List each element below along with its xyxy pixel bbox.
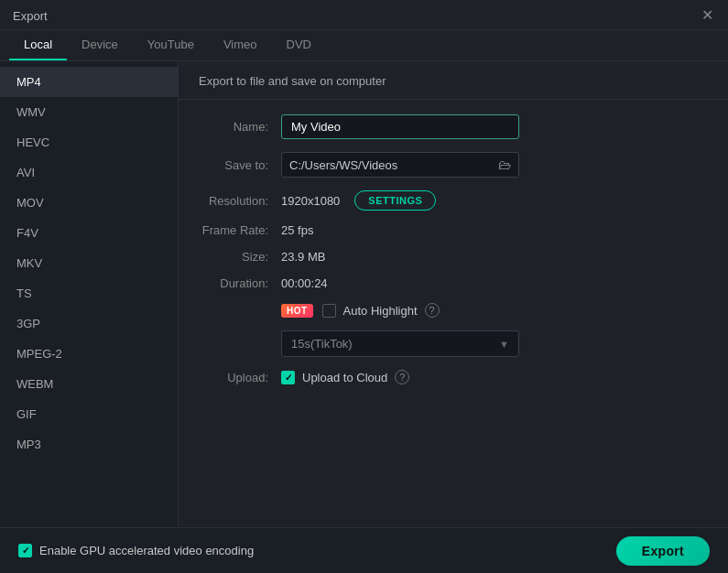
sidebar-item-wmv[interactable]: WMV	[0, 97, 178, 127]
duration-label: Duration:	[199, 276, 281, 290]
sidebar-item-mkv[interactable]: MKV	[0, 248, 178, 278]
sidebar-item-avi[interactable]: AVI	[0, 157, 178, 188]
close-button[interactable]: ✕	[699, 7, 715, 24]
frame-rate-label: Frame Rate:	[199, 223, 281, 237]
upload-row: Upload: Upload to Cloud ?	[199, 370, 708, 384]
gpu-checkbox-label[interactable]: Enable GPU accelerated video encoding	[18, 544, 254, 557]
size-label: Size:	[199, 250, 281, 264]
tiktok-dropdown[interactable]: 15s(TikTok) ▼	[281, 330, 519, 357]
folder-icon[interactable]: 🗁	[498, 157, 511, 172]
save-path-field[interactable]: C:/Users/WS/Videos 🗁	[281, 152, 519, 178]
name-row: Name:	[199, 114, 708, 139]
auto-highlight-checkbox[interactable]	[322, 304, 336, 318]
dropdown-row: 15s(TikTok) ▼	[199, 330, 708, 357]
tab-local[interactable]: Local	[9, 30, 67, 60]
sidebar-item-mp4[interactable]: MP4	[0, 67, 178, 97]
export-header: Export to file and save on computer	[179, 61, 728, 100]
sidebar-item-webm[interactable]: WEBM	[0, 369, 178, 399]
sidebar-item-mpeg2[interactable]: MPEG-2	[0, 339, 178, 369]
upload-label: Upload:	[199, 371, 281, 384]
size-value: 23.9 MB	[281, 250, 325, 264]
tab-device[interactable]: Device	[67, 30, 133, 60]
auto-highlight-checkbox-label[interactable]: Auto Highlight	[322, 304, 418, 318]
settings-button[interactable]: SETTINGS	[354, 190, 436, 211]
sidebar-item-mov[interactable]: MOV	[0, 188, 178, 218]
gpu-label-text: Enable GPU accelerated video encoding	[39, 544, 254, 557]
sidebar: MP4 WMV HEVC AVI MOV F4V MKV TS 3GP MPEG…	[0, 61, 179, 561]
name-label: Name:	[199, 120, 281, 134]
resolution-value: 1920x1080	[281, 194, 340, 208]
resolution-value-group: 1920x1080 SETTINGS	[281, 190, 436, 211]
sidebar-item-mp3[interactable]: MP3	[0, 429, 178, 459]
bottom-bar: Enable GPU accelerated video encoding Ex…	[0, 527, 728, 573]
dropdown-value: 15s(TikTok)	[291, 337, 353, 351]
auto-highlight-row: HOT Auto Highlight ?	[199, 303, 708, 318]
upload-cloud-group: Upload to Cloud ?	[281, 370, 409, 384]
tab-youtube[interactable]: YouTube	[133, 30, 209, 60]
upload-cloud-checkbox-label[interactable]: Upload to Cloud	[281, 371, 387, 384]
save-to-row: Save to: C:/Users/WS/Videos 🗁	[199, 152, 708, 178]
auto-highlight-group: HOT Auto Highlight ?	[281, 303, 440, 318]
sidebar-item-3gp[interactable]: 3GP	[0, 308, 178, 339]
sidebar-item-gif[interactable]: GIF	[0, 399, 178, 429]
save-path-text: C:/Users/WS/Videos	[289, 158, 493, 172]
tab-bar: Local Device YouTube Vimeo DVD	[0, 30, 728, 61]
upload-cloud-help-icon[interactable]: ?	[395, 370, 409, 384]
window-title: Export	[13, 9, 48, 23]
gpu-checkbox[interactable]	[18, 544, 32, 557]
hot-badge: HOT	[281, 304, 313, 318]
duration-row: Duration: 00:00:24	[199, 276, 708, 290]
main-layout: MP4 WMV HEVC AVI MOV F4V MKV TS 3GP MPEG…	[0, 61, 728, 561]
frame-rate-row: Frame Rate: 25 fps	[199, 223, 708, 237]
resolution-label: Resolution:	[199, 194, 281, 208]
title-bar: Export ✕	[0, 0, 728, 30]
sidebar-item-hevc[interactable]: HEVC	[0, 127, 178, 157]
form-area: Name: Save to: C:/Users/WS/Videos 🗁 Reso…	[179, 100, 728, 561]
gpu-encoding-label: Enable GPU accelerated video encoding	[18, 544, 254, 557]
sidebar-item-ts[interactable]: TS	[0, 278, 178, 308]
auto-highlight-text: Auto Highlight	[343, 304, 418, 318]
save-to-label: Save to:	[199, 158, 281, 172]
name-input[interactable]	[281, 114, 519, 139]
frame-rate-value: 25 fps	[281, 223, 313, 237]
sidebar-item-f4v[interactable]: F4V	[0, 218, 178, 248]
upload-cloud-text: Upload to Cloud	[302, 371, 387, 384]
auto-highlight-help-icon[interactable]: ?	[425, 303, 440, 318]
content-panel: Export to file and save on computer Name…	[179, 61, 728, 561]
duration-value: 00:00:24	[281, 276, 328, 290]
upload-cloud-checkbox[interactable]	[281, 371, 295, 384]
resolution-row: Resolution: 1920x1080 SETTINGS	[199, 190, 708, 211]
tab-dvd[interactable]: DVD	[272, 30, 326, 60]
tab-vimeo[interactable]: Vimeo	[209, 30, 272, 60]
dropdown-arrow-icon: ▼	[499, 339, 509, 350]
size-row: Size: 23.9 MB	[199, 250, 708, 264]
export-button[interactable]: Export	[616, 536, 710, 566]
